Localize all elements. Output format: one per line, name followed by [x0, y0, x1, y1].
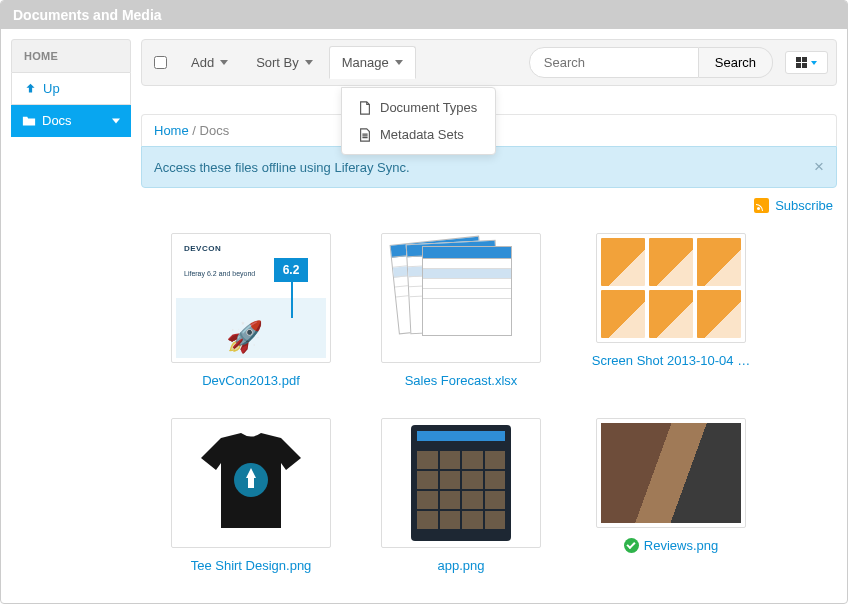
file-thumbnail — [596, 233, 746, 343]
search-button[interactable]: Search — [699, 47, 773, 78]
file-name-text: Reviews.png — [644, 538, 718, 553]
alert-close-button[interactable]: × — [814, 157, 824, 177]
file-grid: DEVCON Liferay 6.2 and beyond 6.2 🚀 DevC… — [141, 223, 837, 593]
file-card[interactable]: Screen Shot 2013-10-04 … — [581, 233, 761, 388]
file-name[interactable]: Tee Shirt Design.png — [191, 558, 312, 573]
sidebar-up-label: Up — [43, 81, 60, 96]
file-thumbnail — [381, 233, 541, 363]
manage-menu-document-types[interactable]: Document Types — [342, 94, 495, 121]
breadcrumb-current: Docs — [200, 123, 230, 138]
file-card[interactable]: Reviews.png — [581, 418, 761, 573]
astronaut-icon: 🚀 — [226, 319, 263, 354]
document-lines-icon — [358, 128, 372, 142]
thumb-version: 6.2 — [274, 258, 308, 282]
sort-by-label: Sort By — [256, 55, 299, 70]
manage-menu-item-label: Metadata Sets — [380, 127, 464, 142]
rss-icon — [754, 198, 769, 213]
file-name[interactable]: Reviews.png — [624, 538, 718, 553]
file-card[interactable]: Sales Forecast.xlsx — [371, 233, 551, 388]
file-card[interactable]: DEVCON Liferay 6.2 and beyond 6.2 🚀 DevC… — [161, 233, 341, 388]
manage-button[interactable]: Manage — [329, 46, 416, 79]
status-ok-icon — [624, 538, 639, 553]
sort-by-button[interactable]: Sort By — [244, 47, 325, 78]
manage-menu-item-label: Document Types — [380, 100, 477, 115]
window-title: Documents and Media — [1, 1, 847, 29]
file-thumbnail — [596, 418, 746, 528]
chevron-down-icon — [112, 118, 120, 123]
search-input[interactable] — [529, 47, 699, 78]
caret-down-icon — [305, 60, 313, 65]
file-name[interactable]: app.png — [438, 558, 485, 573]
main-panel: Add Sort By Manage Search — [141, 39, 837, 593]
alert-text: Access these files offline using Liferay… — [154, 160, 410, 175]
file-thumbnail: DEVCON Liferay 6.2 and beyond 6.2 🚀 — [171, 233, 331, 363]
caret-down-icon — [220, 60, 228, 65]
view-mode-button[interactable] — [785, 51, 828, 74]
manage-menu-metadata-sets[interactable]: Metadata Sets — [342, 121, 495, 148]
manage-label: Manage — [342, 55, 389, 70]
toolbar: Add Sort By Manage Search — [141, 39, 837, 86]
file-name[interactable]: Screen Shot 2013-10-04 … — [592, 353, 750, 368]
file-thumbnail — [381, 418, 541, 548]
sidebar-up-link[interactable]: Up — [11, 73, 131, 105]
breadcrumb-separator: / — [192, 123, 196, 138]
file-name[interactable]: DevCon2013.pdf — [202, 373, 300, 388]
up-arrow-icon — [24, 82, 37, 95]
caret-down-icon — [811, 61, 817, 65]
breadcrumb-home-link[interactable]: Home — [154, 123, 189, 138]
file-name[interactable]: Sales Forecast.xlsx — [405, 373, 518, 388]
sidebar-home-header: HOME — [11, 39, 131, 73]
file-card[interactable]: Tee Shirt Design.png — [161, 418, 341, 573]
sidebar-active-folder-label: Docs — [42, 113, 72, 128]
thumb-subtitle: Liferay 6.2 and beyond — [184, 270, 255, 277]
tshirt-icon — [191, 428, 311, 538]
documents-media-window: Documents and Media HOME Up Docs Add — [0, 0, 848, 604]
grid-icon — [796, 57, 807, 68]
folder-icon — [22, 114, 36, 128]
thumb-logo: DEVCON — [184, 244, 221, 253]
sidebar-item-docs[interactable]: Docs — [11, 105, 131, 137]
file-card[interactable]: app.png — [371, 418, 551, 573]
caret-down-icon — [395, 60, 403, 65]
manage-dropdown: Document Types Metadata Sets — [341, 87, 496, 155]
sidebar: HOME Up Docs — [11, 39, 131, 593]
document-icon — [358, 101, 372, 115]
add-button[interactable]: Add — [179, 47, 240, 78]
add-button-label: Add — [191, 55, 214, 70]
file-thumbnail — [171, 418, 331, 548]
subscribe-link[interactable]: Subscribe — [775, 198, 833, 213]
select-all-checkbox[interactable] — [154, 56, 167, 69]
